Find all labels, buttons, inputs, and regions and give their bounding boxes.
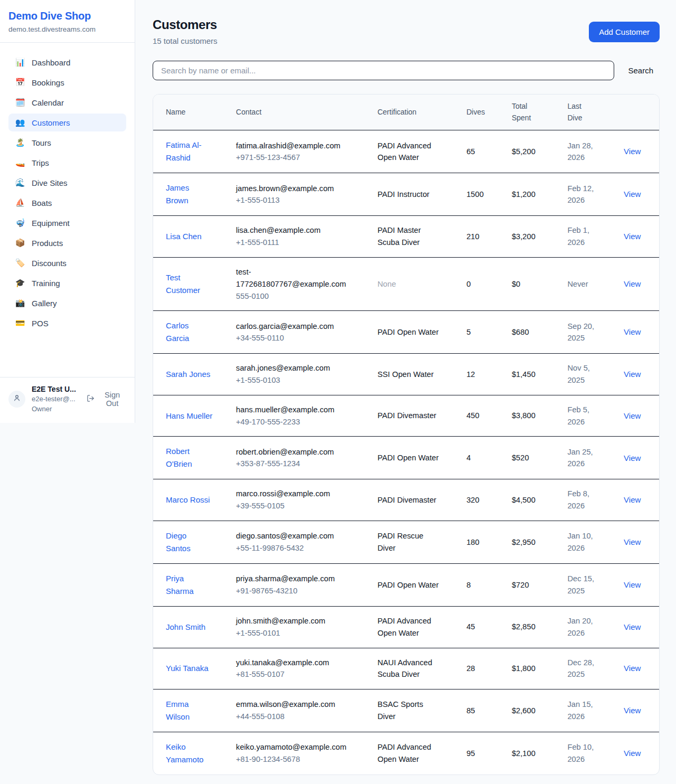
sidebar-item-tours[interactable]: 🏝️ Tours <box>8 134 126 152</box>
customer-phone: +1-555-0113 <box>236 194 350 206</box>
main-content: Customers 15 total customers Add Custome… <box>135 0 676 784</box>
sign-out-button[interactable]: Sign Out <box>87 391 126 408</box>
sidebar-item-customers[interactable]: 👥 Customers <box>8 114 126 131</box>
last-dive-cell: Jan 20, 2026 <box>561 606 617 648</box>
contact-cell: keiko.yamamoto@example.com +81-90-1234-5… <box>230 732 371 775</box>
sidebar: Demo Dive Shop demo.test.divestreams.com… <box>0 0 135 423</box>
view-link[interactable]: View <box>624 580 641 589</box>
dives-cell: 45 <box>460 606 505 648</box>
customer-email: yuki.tanaka@example.com <box>236 657 350 669</box>
calendar-icon: 📅 <box>15 78 25 87</box>
sidebar-item-pos[interactable]: 💳 POS <box>8 314 126 332</box>
view-link[interactable]: View <box>624 279 641 288</box>
sidebar-item-bookings[interactable]: 📅 Bookings <box>8 73 126 91</box>
sidebar-item-gallery[interactable]: 📸 Gallery <box>8 294 126 312</box>
customer-name-link[interactable]: Carlos Garcia <box>166 319 213 345</box>
customer-name-link[interactable]: Lisa Chen <box>166 230 202 243</box>
total-spent-cell: $1,800 <box>505 648 561 689</box>
certification-cell: PADI Divemaster <box>371 395 461 437</box>
sidebar-item-discounts[interactable]: 🏷️ Discounts <box>8 254 126 272</box>
customer-name-link[interactable]: Diego Santos <box>166 530 213 555</box>
customer-name-link[interactable]: Emma Wilson <box>166 698 213 723</box>
sidebar-item-equipment[interactable]: 🤿 Equipment <box>8 214 126 232</box>
customer-name-link[interactable]: Hans Mueller <box>166 410 212 422</box>
view-cell: View <box>617 732 659 775</box>
search-bar: Search <box>153 61 660 80</box>
view-link[interactable]: View <box>624 664 641 673</box>
view-link[interactable]: View <box>624 749 641 758</box>
sidebar-item-products[interactable]: 📦 Products <box>8 234 126 252</box>
sidebar-item-label: Trips <box>32 158 49 167</box>
certification-text: SSI Open Water <box>378 370 434 379</box>
customer-name-link[interactable]: Yuki Tanaka <box>166 662 209 675</box>
contact-cell: hans.mueller@example.com +49-170-555-223… <box>230 395 371 437</box>
customer-name-link[interactable]: James Brown <box>166 182 213 207</box>
customer-name-link[interactable]: Marco Rossi <box>166 494 210 506</box>
sidebar-item-dashboard[interactable]: 📊 Dashboard <box>8 53 126 71</box>
contact-cell: priya.sharma@example.com +91-98765-43210 <box>230 563 371 606</box>
view-link[interactable]: View <box>624 706 641 715</box>
page-header: Customers 15 total customers Add Custome… <box>153 17 660 45</box>
certification-text: PADI Advanced Open Water <box>378 617 431 637</box>
customer-name-cell: Test Customer <box>153 257 230 310</box>
view-cell: View <box>617 521 659 563</box>
last-dive-cell: Sep 20, 2025 <box>561 311 617 354</box>
view-link[interactable]: View <box>624 370 641 379</box>
customer-name-cell: Fatima Al-Rashid <box>153 130 230 173</box>
customer-name-link[interactable]: Keiko Yamamoto <box>166 741 213 766</box>
view-link[interactable]: View <box>624 454 641 462</box>
credit-card-icon: 💳 <box>15 318 25 328</box>
customer-name-link[interactable]: Robert O'Brien <box>166 445 213 470</box>
avatar <box>8 391 25 408</box>
certification-text: NAUI Advanced Scuba Diver <box>378 658 433 679</box>
bar-chart-icon: 📊 <box>15 58 25 67</box>
sidebar-item-boats[interactable]: ⛵ Boats <box>8 194 126 212</box>
customer-phone: +81-555-0107 <box>236 668 350 681</box>
sign-out-icon <box>87 394 95 404</box>
view-link[interactable]: View <box>624 622 641 631</box>
search-input[interactable] <box>153 61 614 80</box>
customer-name-link[interactable]: Priya Sharma <box>166 572 213 598</box>
table-row: Priya Sharma priya.sharma@example.com +9… <box>153 563 659 606</box>
sidebar-item-calendar[interactable]: 🗓️ Calendar <box>8 93 126 111</box>
column-certification: Certification <box>371 95 461 130</box>
table-row: Carlos Garcia carlos.garcia@example.com … <box>153 311 659 354</box>
dives-cell: 0 <box>460 257 505 310</box>
sidebar-item-label: Boats <box>32 199 52 207</box>
customer-name-link[interactable]: John Smith <box>166 621 205 634</box>
certification-cell: PADI Open Water <box>371 311 461 354</box>
sidebar-item-dive-sites[interactable]: 🌊 Dive Sites <box>8 174 126 192</box>
last-dive-cell: Jan 28, 2026 <box>561 130 617 173</box>
customer-name-link[interactable]: Sarah Jones <box>166 368 210 381</box>
view-link[interactable]: View <box>624 411 641 420</box>
add-customer-button[interactable]: Add Customer <box>589 22 660 42</box>
last-dive-cell: Feb 12, 2026 <box>561 173 617 216</box>
sidebar-item-training[interactable]: 🎓 Training <box>8 274 126 292</box>
certification-text: PADI Open Water <box>378 454 439 462</box>
certification-cell: PADI Advanced Open Water <box>371 606 461 648</box>
search-button[interactable]: Search <box>628 66 653 75</box>
customer-email: james.brown@example.com <box>236 183 350 195</box>
view-link[interactable]: View <box>624 190 641 199</box>
customer-name-link[interactable]: Fatima Al-Rashid <box>166 139 213 164</box>
sidebar-item-trips[interactable]: 🚤 Trips <box>8 154 126 172</box>
last-dive-cell: Dec 15, 2025 <box>561 563 617 606</box>
certification-cell: SSI Open Water <box>371 354 461 395</box>
total-spent-cell: $520 <box>505 437 561 479</box>
table-row: Fatima Al-Rashid fatima.alrashid@example… <box>153 130 659 173</box>
view-link[interactable]: View <box>624 537 641 546</box>
view-link[interactable]: View <box>624 327 641 336</box>
sidebar-item-label: Bookings <box>32 78 64 87</box>
view-link[interactable]: View <box>624 495 641 504</box>
total-spent-cell: $2,600 <box>505 689 561 732</box>
dives-cell: 12 <box>460 354 505 395</box>
view-link[interactable]: View <box>624 147 641 156</box>
total-spent-cell: $2,950 <box>505 521 561 563</box>
page-title: Customers <box>153 17 218 32</box>
column-dives: Dives <box>460 95 505 130</box>
column-last-dive: Last Dive <box>561 95 617 130</box>
view-link[interactable]: View <box>624 232 641 241</box>
customer-name-link[interactable]: Test Customer <box>166 271 213 297</box>
people-icon: 👥 <box>15 118 25 127</box>
contact-cell: test-1772681807767@example.com 555-0100 <box>230 257 371 310</box>
